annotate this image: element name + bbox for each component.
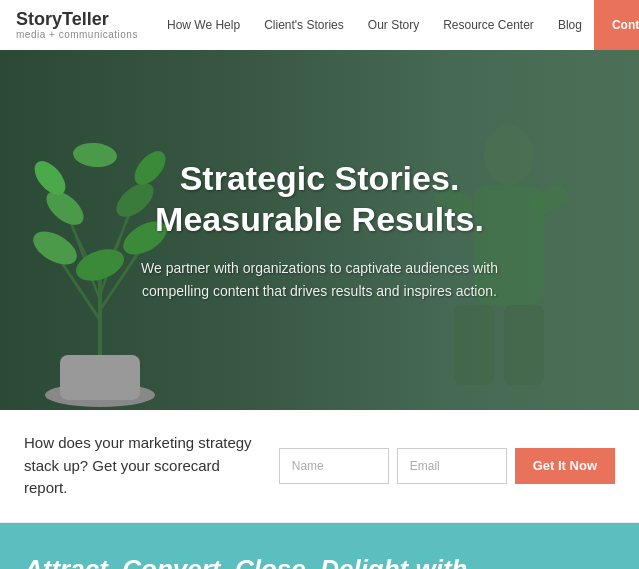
- scorecard-form: Get It Now: [279, 448, 615, 484]
- nav-our-story[interactable]: Our Story: [356, 18, 431, 32]
- svg-rect-1: [60, 355, 140, 400]
- hero-heading: Strategic Stories. Measurable Results.: [120, 158, 520, 240]
- logo[interactable]: StoryTeller media + communications: [0, 10, 155, 41]
- hero-content: Strategic Stories. Measurable Results. W…: [40, 138, 600, 322]
- email-input[interactable]: [397, 448, 507, 484]
- scorecard-section: How does your marketing strategy stack u…: [0, 410, 639, 523]
- bottom-band-text: Attract. Convert. Close. Delight with St…: [24, 553, 615, 570]
- nav-clients-stories[interactable]: Client's Stories: [252, 18, 356, 32]
- logo-subtitle: media + communications: [16, 29, 139, 40]
- nav-contact[interactable]: Contact: [594, 0, 639, 50]
- nav-resource-center[interactable]: Resource Center: [431, 18, 546, 32]
- main-nav: How We Help Client's Stories Our Story R…: [155, 0, 639, 50]
- logo-title: StoryTeller: [16, 10, 139, 30]
- nav-blog[interactable]: Blog: [546, 18, 594, 32]
- get-it-now-button[interactable]: Get It Now: [515, 448, 615, 484]
- header: StoryTeller media + communications How W…: [0, 0, 639, 50]
- bottom-band: Attract. Convert. Close. Delight with St…: [0, 523, 639, 570]
- hero-subtext: We partner with organizations to captiva…: [120, 257, 520, 302]
- name-input[interactable]: [279, 448, 389, 484]
- nav-how-we-help[interactable]: How We Help: [155, 18, 252, 32]
- hero-section: Strategic Stories. Measurable Results. W…: [0, 50, 639, 410]
- scorecard-text: How does your marketing strategy stack u…: [24, 432, 259, 500]
